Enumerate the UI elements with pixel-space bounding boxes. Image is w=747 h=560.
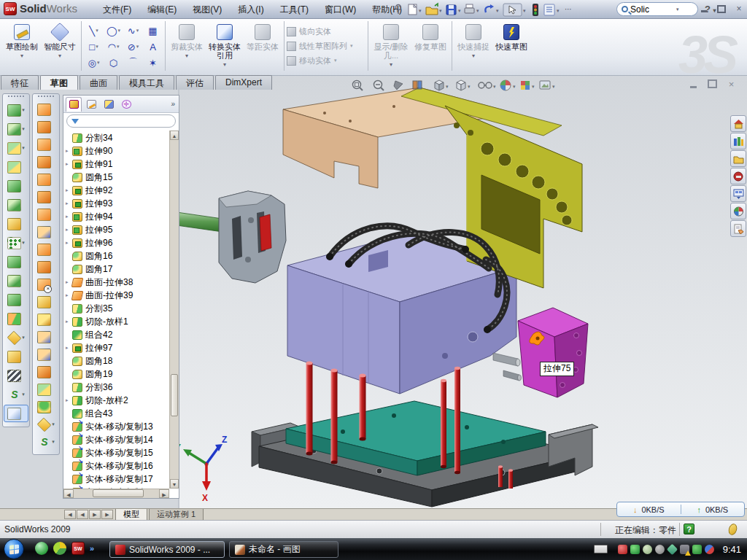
ribbon-tab[interactable]: 特征	[1, 75, 39, 90]
expand-arrow-icon[interactable]: ▸	[66, 201, 72, 206]
menu-item[interactable]: 插入(I)	[230, 0, 271, 19]
tray-search-icon[interactable]	[643, 545, 652, 554]
prev-tab-button[interactable]: ◀	[77, 510, 88, 519]
left-tool-button[interactable]: ▾	[34, 259, 58, 275]
view-settings-icon[interactable]: ▾	[540, 81, 555, 89]
selection-box-tool[interactable]: ▦	[143, 23, 163, 39]
tree-item[interactable]: ▸ 拉伸92	[63, 184, 169, 197]
expand-arrow-icon[interactable]: ▸	[66, 214, 72, 219]
tree-item[interactable]: ▸ 分割36	[63, 381, 169, 394]
flyout-arrow-icon[interactable]: ▾	[22, 126, 25, 132]
search-box[interactable]: ▾	[616, 2, 698, 16]
scroll-left-button[interactable]: ◀	[63, 489, 74, 498]
zoom-area-icon[interactable]	[374, 81, 384, 91]
sketch-button[interactable]: 草图绘制▾	[3, 21, 41, 61]
tree-horizontal-scrollbar[interactable]: ◀ ▶	[63, 489, 169, 498]
tray-volume-icon[interactable]	[655, 545, 665, 554]
select-tool-icon[interactable]: ▾	[503, 4, 526, 16]
rectangle-tool[interactable]: □▾	[84, 39, 104, 55]
left-tool-button[interactable]: ▾	[4, 272, 28, 289]
display-delete-relations-button[interactable]: 显示/删除几...▾	[371, 21, 411, 69]
tree-item[interactable]: ▸ 圆角17	[63, 262, 169, 276]
appearances-button[interactable]	[730, 203, 746, 219]
pin-icon[interactable]	[396, 5, 401, 15]
flyout-arrow-icon[interactable]: ▾	[22, 145, 25, 151]
slot-tool[interactable]: ◎▾	[84, 55, 104, 71]
next-tab-button[interactable]: ▶	[89, 510, 101, 519]
taskbar-window-button[interactable]: 未命名 - 画图	[229, 541, 338, 558]
titlebar-toolbar[interactable]: ▾ ▾ ▾ ▾ ▾ ▾ ▾ ⋯	[392, 1, 611, 20]
left-tool-button[interactable]: ▾	[4, 120, 28, 138]
start-button[interactable]	[4, 539, 24, 559]
tree-item[interactable]: ▸ 圆角19	[63, 368, 169, 381]
repair-sketch-button[interactable]: 修复草图	[411, 21, 449, 51]
left-tool-button[interactable]: ▾	[34, 434, 58, 450]
open-folder-icon[interactable]	[426, 4, 438, 15]
left-tool-button[interactable]: ▾	[4, 234, 28, 252]
search-input[interactable]	[630, 4, 674, 15]
left-tool-button[interactable]: ▾	[34, 416, 58, 432]
left-tool-button[interactable]: ▾	[4, 367, 28, 384]
tray-update-icon[interactable]	[705, 545, 714, 554]
expand-arrow-icon[interactable]: ▸	[66, 319, 72, 324]
flyout-arrow-icon[interactable]: ▾	[22, 335, 25, 341]
tree-item[interactable]: ▸ 组合42	[63, 328, 169, 341]
left-tool-button[interactable]: ▾	[34, 224, 58, 240]
view-orientation-icon[interactable]: ▾	[435, 80, 449, 90]
first-tab-button[interactable]: ◀	[64, 510, 76, 519]
tree-item[interactable]: ▸ 曲面-拉伸38	[63, 276, 169, 289]
line-tool[interactable]: ╲▾	[84, 23, 104, 39]
left-tool-button[interactable]: ▾	[34, 311, 58, 327]
featuremanager-tab[interactable]	[66, 97, 82, 112]
scroll-right-button[interactable]: ▶	[159, 489, 169, 498]
left-tool-button[interactable]: ▾	[34, 136, 58, 152]
expand-arrow-icon[interactable]: ▸	[66, 161, 72, 167]
quicklaunch-overflow[interactable]: »	[90, 544, 94, 553]
expand-arrow-icon[interactable]: ▸	[66, 227, 72, 233]
left-tool-button[interactable]: ▾	[34, 399, 58, 415]
custom-properties-button[interactable]	[730, 220, 746, 237]
undo-icon[interactable]	[485, 4, 494, 12]
fillet-sketch-tool[interactable]: ⌒	[123, 55, 143, 71]
menu-item[interactable]: 文件(F)	[95, 0, 139, 19]
ribbon-tab[interactable]: 模具工具	[119, 75, 174, 90]
tree-item[interactable]: ▸ 分割34	[63, 131, 169, 144]
scroll-thumb[interactable]	[93, 489, 144, 497]
propertymanager-tab[interactable]	[83, 97, 99, 112]
titlebar-toolbar-icons[interactable]: ▾ ▾ ▾ ▾ ▾ ▾ ▾ ⋯	[392, 1, 611, 18]
left-tool-button[interactable]: ▾	[34, 154, 58, 170]
menu-item[interactable]: 窗口(W)	[317, 0, 364, 19]
rebuild-traffic-light-icon[interactable]	[533, 4, 538, 16]
view-palette-button[interactable]	[730, 185, 746, 202]
left-tool-button[interactable]: ▾	[34, 189, 58, 205]
left-tool-button[interactable]: ▾	[4, 253, 28, 271]
expand-arrow-icon[interactable]: ▸	[66, 148, 72, 154]
part-slide-block-magenta[interactable]	[518, 308, 588, 397]
expand-arrow-icon[interactable]: ▸	[66, 345, 72, 351]
left-tool-button[interactable]: ▾	[4, 177, 28, 195]
flyout-arrow-icon[interactable]: ▾	[22, 392, 25, 397]
left-tool-button[interactable]: ▾	[4, 215, 28, 233]
tree-item[interactable]: ▸ 分割35	[63, 302, 169, 315]
file-explorer-button[interactable]	[730, 150, 746, 167]
tray-health-icon[interactable]	[692, 545, 702, 554]
dimxpertmanager-tab[interactable]	[118, 97, 134, 112]
quick-tips-icon[interactable]: ?	[684, 524, 694, 534]
left-tool-button[interactable]: ▾	[34, 364, 58, 380]
tree-item[interactable]: ▸ 拉伸90	[63, 144, 169, 158]
scroll-up-button[interactable]: ▲	[170, 131, 179, 140]
edit-appearance-icon[interactable]: ▾	[500, 80, 516, 90]
menu-item[interactable]: 工具(T)	[272, 0, 317, 19]
trim-entities-button[interactable]: 剪裁实体▾	[168, 21, 206, 61]
expand-arrow-icon[interactable]: ▸	[66, 240, 72, 246]
tree-item[interactable]: ▸ 拉伸96	[63, 236, 169, 249]
scroll-down-button[interactable]: ▼	[170, 479, 179, 489]
left-tool-button[interactable]: ▾	[4, 348, 28, 365]
menu-item[interactable]: 编辑(E)	[139, 0, 185, 19]
options-icon[interactable]	[544, 4, 554, 15]
dynamic-assist-icon[interactable]	[394, 81, 403, 90]
convert-entities-button[interactable]: 转换实体引用▾	[206, 21, 244, 69]
tree-item[interactable]: ▸ 圆角15	[63, 171, 169, 184]
print-icon[interactable]	[465, 4, 474, 13]
tray-shield-icon[interactable]	[630, 545, 640, 554]
